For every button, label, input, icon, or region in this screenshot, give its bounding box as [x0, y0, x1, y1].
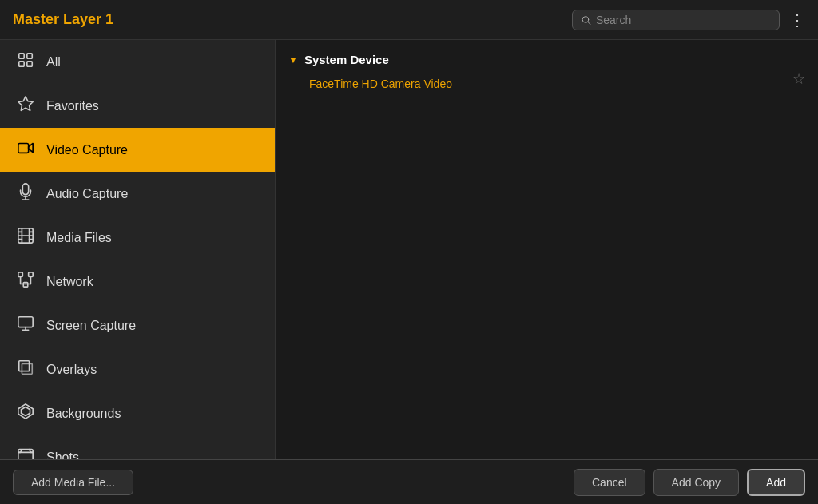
content-item-facetime[interactable]: FaceTime HD Camera Video: [288, 73, 805, 95]
sidebar-item-screen-capture[interactable]: Screen Capture: [0, 304, 275, 347]
window-title: Master Layer 1: [13, 11, 113, 28]
main-content: All Favorites Video Capture: [0, 40, 818, 459]
search-icon: [581, 14, 591, 26]
sidebar-item-overlays[interactable]: Overlays: [0, 347, 275, 391]
screen-icon: [16, 315, 35, 336]
sidebar-item-audio-capture[interactable]: Audio Capture: [0, 172, 275, 216]
add-button[interactable]: Add: [747, 469, 805, 496]
item-label: FaceTime HD Camera Video: [309, 77, 452, 90]
sidebar-item-shots[interactable]: Shots: [0, 435, 275, 459]
sidebar-item-backgrounds[interactable]: Backgrounds: [0, 391, 275, 435]
svg-rect-30: [22, 363, 32, 374]
sidebar-label-shots: Shots: [46, 450, 79, 460]
svg-rect-19: [18, 272, 23, 277]
svg-rect-29: [19, 361, 30, 371]
sidebar-label-audio-capture: Audio Capture: [46, 187, 128, 201]
svg-rect-20: [29, 272, 33, 277]
svg-line-1: [588, 22, 590, 24]
network-icon: [16, 271, 35, 292]
header-controls: ⋮: [572, 10, 805, 30]
header: Master Layer 1 ⋮: [0, 0, 818, 40]
content-area: ▼ System Device FaceTime HD Camera Video…: [276, 40, 818, 459]
film-icon: [16, 227, 35, 248]
star-icon: [16, 95, 35, 117]
svg-marker-32: [22, 407, 30, 416]
sidebar-item-media-files[interactable]: Media Files: [0, 216, 275, 260]
shots-icon: [16, 446, 35, 459]
svg-rect-5: [27, 62, 32, 66]
svg-rect-2: [19, 54, 24, 58]
audio-icon: [16, 183, 35, 204]
sidebar-label-media-files: Media Files: [46, 231, 112, 245]
sidebar-item-all[interactable]: All: [0, 40, 275, 84]
sidebar-label-video-capture: Video Capture: [46, 143, 128, 157]
footer-left: Add Media File...: [13, 470, 133, 495]
sidebar: All Favorites Video Capture: [0, 40, 276, 459]
sidebar-label-network: Network: [46, 275, 93, 289]
favorite-star-icon[interactable]: ☆: [792, 70, 805, 88]
sidebar-label-backgrounds: Backgrounds: [46, 407, 121, 421]
sidebar-label-favorites: Favorites: [46, 99, 99, 113]
backgrounds-icon: [16, 403, 35, 424]
add-copy-button[interactable]: Add Copy: [653, 469, 739, 496]
cancel-button[interactable]: Cancel: [574, 469, 645, 496]
add-media-file-button[interactable]: Add Media File...: [13, 470, 133, 495]
sidebar-item-favorites[interactable]: Favorites: [0, 84, 275, 128]
svg-rect-26: [18, 317, 33, 327]
search-box[interactable]: [572, 10, 780, 30]
svg-marker-6: [18, 97, 33, 110]
section-header: ▼ System Device: [288, 53, 805, 66]
sidebar-item-video-capture[interactable]: Video Capture: [0, 128, 275, 172]
grid-icon: [16, 51, 35, 73]
sidebar-label-overlays: Overlays: [46, 363, 97, 377]
svg-marker-31: [18, 404, 33, 419]
sidebar-label-screen-capture: Screen Capture: [46, 319, 136, 333]
search-input[interactable]: [596, 14, 771, 26]
collapse-triangle-icon[interactable]: ▼: [288, 54, 298, 65]
sidebar-label-all: All: [46, 55, 61, 69]
more-options-button[interactable]: ⋮: [789, 12, 805, 28]
section-title: System Device: [304, 53, 389, 66]
svg-rect-3: [27, 54, 32, 58]
footer: Add Media File... Cancel Add Copy Add: [0, 459, 818, 504]
svg-rect-4: [19, 62, 24, 66]
svg-rect-7: [18, 144, 29, 153]
video-icon: [16, 139, 35, 161]
overlays-icon: [16, 359, 35, 380]
footer-right: Cancel Add Copy Add: [574, 469, 805, 496]
svg-marker-8: [29, 144, 33, 153]
svg-rect-21: [23, 283, 28, 288]
sidebar-item-network[interactable]: Network: [0, 260, 275, 304]
